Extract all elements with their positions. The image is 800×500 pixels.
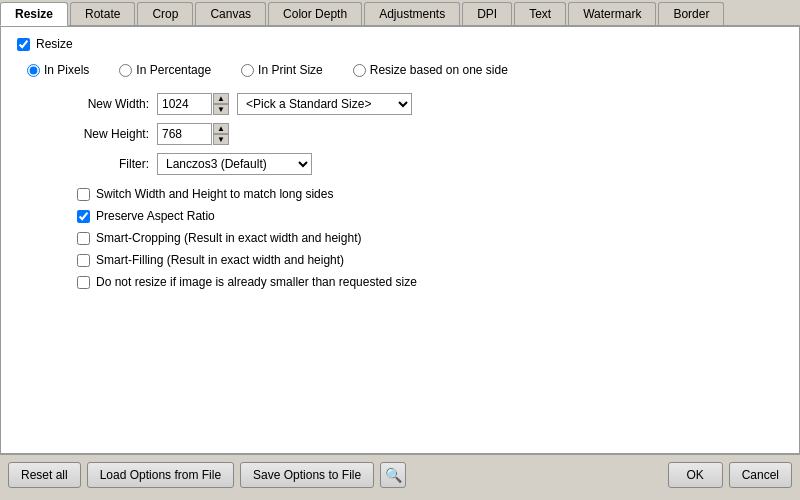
resize-enable-checkbox[interactable] <box>17 38 30 51</box>
filter-label: Filter: <box>77 157 157 171</box>
content-area: Resize In PixelsIn PercentageIn Print Si… <box>0 26 800 454</box>
ok-button[interactable]: OK <box>668 462 723 488</box>
label-preserve-aspect: Preserve Aspect Ratio <box>96 209 215 223</box>
height-row: New Height: ▲ ▼ <box>77 123 783 145</box>
height-up-btn[interactable]: ▲ <box>213 123 229 134</box>
tab-crop[interactable]: Crop <box>137 2 193 25</box>
radio-in-print-size[interactable] <box>241 64 254 77</box>
checkbox-smart-cropping[interactable] <box>77 232 90 245</box>
resize-enable-row: Resize <box>17 37 783 51</box>
tab-border[interactable]: Border <box>658 2 724 25</box>
option-row-preserve-aspect: Preserve Aspect Ratio <box>77 209 783 223</box>
radio-label-in-percentage: In Percentage <box>136 63 211 77</box>
tab-adjustments[interactable]: Adjustments <box>364 2 460 25</box>
radio-option-in-percentage: In Percentage <box>119 63 211 77</box>
label-no-resize-smaller: Do not resize if image is already smalle… <box>96 275 417 289</box>
radio-label-resize-based-on-one-side: Resize based on one side <box>370 63 508 77</box>
filter-select[interactable]: Lanczos3 (Default)BilinearBicubicNearest… <box>157 153 312 175</box>
radio-option-in-print-size: In Print Size <box>241 63 323 77</box>
radio-label-in-pixels: In Pixels <box>44 63 89 77</box>
radio-option-in-pixels: In Pixels <box>27 63 89 77</box>
tab-rotate[interactable]: Rotate <box>70 2 135 25</box>
radio-label-in-print-size: In Print Size <box>258 63 323 77</box>
filter-row: Filter: Lanczos3 (Default)BilinearBicubi… <box>17 153 783 175</box>
checkbox-smart-filling[interactable] <box>77 254 90 267</box>
save-options-button[interactable]: Save Options to File <box>240 462 374 488</box>
bottom-bar: Reset all Load Options from File Save Op… <box>0 454 800 494</box>
new-height-label: New Height: <box>77 127 157 141</box>
radio-resize-based-on-one-side[interactable] <box>353 64 366 77</box>
tab-dpi[interactable]: DPI <box>462 2 512 25</box>
cancel-button[interactable]: Cancel <box>729 462 792 488</box>
label-smart-filling: Smart-Filling (Result in exact width and… <box>96 253 344 267</box>
checkbox-no-resize-smaller[interactable] <box>77 276 90 289</box>
height-spinners: ▲ ▼ <box>213 123 229 145</box>
width-spinners: ▲ ▼ <box>213 93 229 115</box>
tab-resize[interactable]: Resize <box>0 2 68 26</box>
checkbox-preserve-aspect[interactable] <box>77 210 90 223</box>
option-row-smart-cropping: Smart-Cropping (Result in exact width an… <box>77 231 783 245</box>
height-down-btn[interactable]: ▼ <box>213 134 229 145</box>
radio-in-pixels[interactable] <box>27 64 40 77</box>
new-width-label: New Width: <box>77 97 157 111</box>
radio-option-resize-based-on-one-side: Resize based on one side <box>353 63 508 77</box>
width-down-btn[interactable]: ▼ <box>213 104 229 115</box>
option-row-switch-wh: Switch Width and Height to match long si… <box>77 187 783 201</box>
width-input[interactable] <box>157 93 212 115</box>
width-input-wrap: ▲ ▼ <box>157 93 229 115</box>
standard-size-select[interactable]: <Pick a Standard Size>640x480800x6001024… <box>237 93 412 115</box>
checkbox-switch-wh[interactable] <box>77 188 90 201</box>
height-input-wrap: ▲ ▼ <box>157 123 229 145</box>
load-options-button[interactable]: Load Options from File <box>87 462 234 488</box>
radio-options-row: In PixelsIn PercentageIn Print SizeResiz… <box>17 63 783 77</box>
height-input[interactable] <box>157 123 212 145</box>
label-switch-wh: Switch Width and Height to match long si… <box>96 187 333 201</box>
dimensions-section: New Width: ▲ ▼ <Pick a Standard Size>640… <box>17 93 783 145</box>
tab-color-depth[interactable]: Color Depth <box>268 2 362 25</box>
tab-bar: ResizeRotateCropCanvasColor DepthAdjustm… <box>0 0 800 26</box>
browse-icon-button[interactable]: 🔍 <box>380 462 406 488</box>
option-row-no-resize-smaller: Do not resize if image is already smalle… <box>77 275 783 289</box>
options-section: Switch Width and Height to match long si… <box>17 187 783 289</box>
tab-watermark[interactable]: Watermark <box>568 2 656 25</box>
width-row: New Width: ▲ ▼ <Pick a Standard Size>640… <box>77 93 783 115</box>
reset-all-button[interactable]: Reset all <box>8 462 81 488</box>
tab-text[interactable]: Text <box>514 2 566 25</box>
radio-in-percentage[interactable] <box>119 64 132 77</box>
tab-canvas[interactable]: Canvas <box>195 2 266 25</box>
resize-enable-label: Resize <box>36 37 73 51</box>
option-row-smart-filling: Smart-Filling (Result in exact width and… <box>77 253 783 267</box>
label-smart-cropping: Smart-Cropping (Result in exact width an… <box>96 231 361 245</box>
width-up-btn[interactable]: ▲ <box>213 93 229 104</box>
